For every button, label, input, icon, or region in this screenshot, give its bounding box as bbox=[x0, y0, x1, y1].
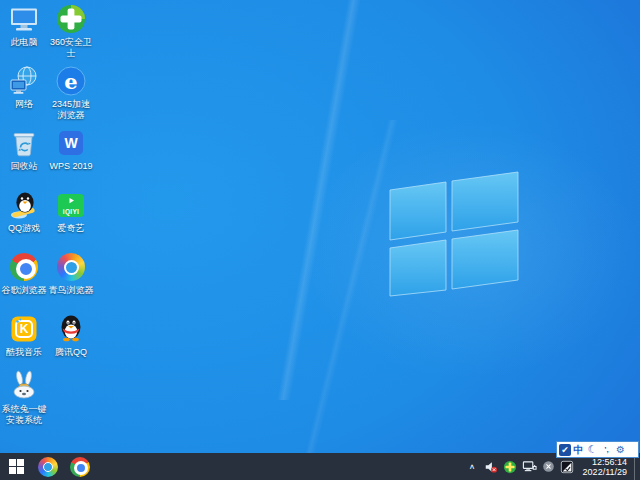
windows-start-icon bbox=[9, 459, 24, 474]
windows-logo bbox=[386, 168, 522, 302]
ime-moon-icon[interactable]: ☾ bbox=[586, 442, 599, 457]
status-circle-x-icon[interactable] bbox=[541, 459, 556, 475]
desktop-icon-kuwo-music[interactable]: K 酷我音乐 bbox=[1, 313, 47, 358]
desktop-icon-label: 青鸟浏览器 bbox=[49, 285, 94, 296]
hidden-icons-chevron[interactable]: ∧ bbox=[465, 460, 480, 473]
desktop-icon-label: 此电脑 bbox=[11, 37, 38, 48]
desktop-icon-2345-browser[interactable]: e 2345加速浏览器 bbox=[48, 65, 94, 120]
desktop-icon-label: 腾讯QQ bbox=[55, 347, 87, 358]
desktop-icon-label: 360安全卫士 bbox=[48, 37, 94, 58]
desktop-icon-label: 酷我音乐 bbox=[6, 347, 42, 358]
light-beam bbox=[0, 120, 640, 480]
ime-settings-gear-icon[interactable]: ⚙ bbox=[614, 442, 627, 457]
ime-punctuation-icon[interactable]: ’, bbox=[600, 442, 613, 457]
desktop-icon-wps-2019[interactable]: W WPS 2019 bbox=[48, 127, 94, 172]
2345-browser-icon: e bbox=[55, 65, 87, 97]
desktop-icon-label: 爱奇艺 bbox=[58, 223, 85, 234]
desktop-icon-360-safe[interactable]: 360安全卫士 bbox=[48, 3, 94, 58]
taskbar-pinned-chrome[interactable] bbox=[64, 453, 96, 480]
recycle-bin-icon bbox=[8, 127, 40, 159]
desktop-icon-label: WPS 2019 bbox=[49, 161, 92, 172]
desktop-icon-this-pc[interactable]: 此电脑 bbox=[1, 3, 47, 48]
desktop-icon-label: 回收站 bbox=[11, 161, 38, 172]
iqiyi-icon: iQIYI bbox=[55, 189, 87, 221]
qingniao-browser-icon bbox=[38, 457, 58, 477]
qq-games-icon bbox=[8, 189, 40, 221]
system-rabbit-icon bbox=[8, 370, 40, 402]
start-button[interactable] bbox=[0, 453, 32, 480]
desktop-icon-label: 2345加速浏览器 bbox=[48, 99, 94, 120]
ime-toolbar: ✔ 中 ☾ ’, ⚙ bbox=[556, 441, 639, 458]
chrome-icon bbox=[70, 457, 90, 477]
network-icon bbox=[8, 65, 40, 97]
desktop-icon-label: QQ游戏 bbox=[8, 223, 40, 234]
volume-muted-icon[interactable] bbox=[484, 459, 499, 475]
desktop-icon-network[interactable]: 网络 bbox=[1, 65, 47, 110]
desktop-icon-label: 网络 bbox=[15, 99, 33, 110]
desktop-icon-qq-games[interactable]: QQ游戏 bbox=[1, 189, 47, 234]
this-pc-icon bbox=[8, 3, 40, 35]
desktop-icon-system-rabbit[interactable]: 系统兔一键安装系统 bbox=[1, 370, 47, 425]
taskbar-pinned-qingniao-browser[interactable] bbox=[32, 453, 64, 480]
desktop-icon-tencent-qq[interactable]: 腾讯QQ bbox=[48, 313, 94, 358]
360-tray-icon[interactable] bbox=[503, 459, 518, 475]
360-safe-icon bbox=[55, 3, 87, 35]
kuwo-music-icon: K bbox=[8, 313, 40, 345]
ime-chinese-mode-icon[interactable]: 中 bbox=[572, 442, 585, 457]
clock-time: 12:56:14 bbox=[583, 457, 627, 467]
desktop-icon-qingniao-browser[interactable]: 青鸟浏览器 bbox=[48, 251, 94, 296]
clock-date: 2022/11/29 bbox=[583, 467, 627, 477]
app-tray-icon[interactable] bbox=[560, 459, 575, 475]
light-beam bbox=[0, 0, 640, 400]
windows-desktop: { "wallpaper": { "base_color": "#1e8ce5"… bbox=[0, 0, 640, 480]
network-tray-icon[interactable] bbox=[522, 459, 537, 475]
desktop-icon-google-chrome[interactable]: 谷歌浏览器 bbox=[1, 251, 47, 296]
desktop-icon-recycle-bin[interactable]: 回收站 bbox=[1, 127, 47, 172]
taskbar: ∧ bbox=[0, 453, 640, 480]
desktop-icon-iqiyi[interactable]: iQIYI 爱奇艺 bbox=[48, 189, 94, 234]
desktop-icon-label: 系统兔一键安装系统 bbox=[1, 404, 47, 425]
desktop-icon-label: 谷歌浏览器 bbox=[2, 285, 47, 296]
chrome-icon bbox=[8, 251, 40, 283]
qingniao-browser-icon bbox=[55, 251, 87, 283]
tencent-qq-icon bbox=[55, 313, 87, 345]
ime-logo-icon[interactable]: ✔ bbox=[559, 444, 571, 456]
taskbar-clock[interactable]: 12:56:14 2022/11/29 bbox=[579, 457, 630, 477]
wps-2019-icon: W bbox=[55, 127, 87, 159]
